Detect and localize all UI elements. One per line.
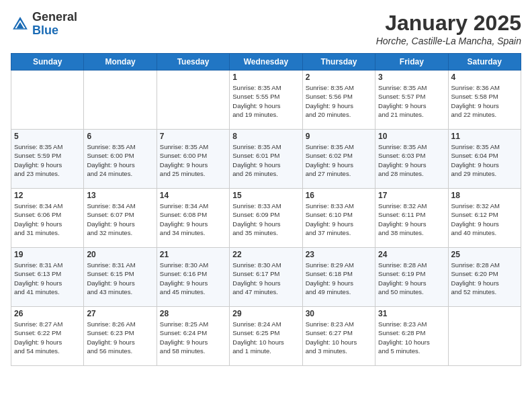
day-info: Sunrise: 8:23 AMSunset: 6:28 PMDaylight:… <box>378 320 445 355</box>
weekday-header: Sunday <box>11 54 84 71</box>
calendar-cell: 25Sunrise: 8:28 AMSunset: 6:20 PMDayligh… <box>448 248 521 307</box>
day-number: 28 <box>160 309 226 318</box>
weekday-header: Friday <box>375 54 448 71</box>
calendar-cell <box>11 71 84 130</box>
day-info: Sunrise: 8:34 AMSunset: 6:06 PMDaylight:… <box>14 201 81 237</box>
day-number: 20 <box>87 250 153 259</box>
calendar-cell: 31Sunrise: 8:23 AMSunset: 6:28 PMDayligh… <box>375 307 448 366</box>
day-number: 18 <box>451 191 518 200</box>
day-number: 22 <box>232 250 299 259</box>
day-number: 5 <box>14 132 81 141</box>
day-info: Sunrise: 8:34 AMSunset: 6:07 PMDaylight:… <box>87 201 153 237</box>
day-number: 26 <box>14 309 81 318</box>
day-info: Sunrise: 8:35 AMSunset: 6:00 PMDaylight:… <box>87 142 153 178</box>
calendar-cell: 22Sunrise: 8:30 AMSunset: 6:17 PMDayligh… <box>230 248 302 307</box>
day-info: Sunrise: 8:31 AMSunset: 6:13 PMDaylight:… <box>14 261 81 296</box>
calendar-cell: 7Sunrise: 8:35 AMSunset: 6:00 PMDaylight… <box>157 130 229 189</box>
logo-icon <box>11 15 30 34</box>
calendar-cell: 30Sunrise: 8:23 AMSunset: 6:27 PMDayligh… <box>302 307 375 366</box>
day-info: Sunrise: 8:28 AMSunset: 6:19 PMDaylight:… <box>378 261 445 296</box>
calendar-cell: 16Sunrise: 8:33 AMSunset: 6:10 PMDayligh… <box>302 189 375 248</box>
calendar-cell: 6Sunrise: 8:35 AMSunset: 6:00 PMDaylight… <box>84 130 157 189</box>
day-info: Sunrise: 8:25 AMSunset: 6:24 PMDaylight:… <box>160 320 226 355</box>
day-info: Sunrise: 8:28 AMSunset: 6:20 PMDaylight:… <box>451 261 518 296</box>
title-block: January 2025 Horche, Castille-La Mancha,… <box>376 11 521 46</box>
calendar-cell: 18Sunrise: 8:32 AMSunset: 6:12 PMDayligh… <box>448 189 521 248</box>
calendar-cell: 21Sunrise: 8:30 AMSunset: 6:16 PMDayligh… <box>157 248 229 307</box>
weekday-header: Saturday <box>448 54 521 71</box>
day-number: 17 <box>378 191 445 200</box>
day-number: 3 <box>378 73 445 82</box>
calendar-cell: 10Sunrise: 8:35 AMSunset: 6:03 PMDayligh… <box>375 130 448 189</box>
calendar-cell: 1Sunrise: 8:35 AMSunset: 5:55 PMDaylight… <box>230 71 302 130</box>
calendar-cell: 13Sunrise: 8:34 AMSunset: 6:07 PMDayligh… <box>84 189 157 248</box>
day-info: Sunrise: 8:32 AMSunset: 6:12 PMDaylight:… <box>451 201 518 237</box>
calendar-cell: 4Sunrise: 8:36 AMSunset: 5:58 PMDaylight… <box>448 71 521 130</box>
calendar-cell: 8Sunrise: 8:35 AMSunset: 6:01 PMDaylight… <box>230 130 302 189</box>
day-info: Sunrise: 8:33 AMSunset: 6:09 PMDaylight:… <box>232 201 299 237</box>
location-subtitle: Horche, Castille-La Mancha, Spain <box>376 36 521 46</box>
day-info: Sunrise: 8:35 AMSunset: 5:55 PMDaylight:… <box>232 83 299 119</box>
calendar-week-row: 26Sunrise: 8:27 AMSunset: 6:22 PMDayligh… <box>11 307 521 366</box>
day-number: 8 <box>232 132 299 141</box>
calendar-table: SundayMondayTuesdayWednesdayThursdayFrid… <box>11 53 521 366</box>
weekday-header: Monday <box>84 54 157 71</box>
day-number: 25 <box>451 250 518 259</box>
calendar-cell: 23Sunrise: 8:29 AMSunset: 6:18 PMDayligh… <box>302 248 375 307</box>
calendar-cell: 27Sunrise: 8:26 AMSunset: 6:23 PMDayligh… <box>84 307 157 366</box>
day-info: Sunrise: 8:35 AMSunset: 5:59 PMDaylight:… <box>14 142 81 178</box>
calendar-cell: 14Sunrise: 8:34 AMSunset: 6:08 PMDayligh… <box>157 189 229 248</box>
day-info: Sunrise: 8:36 AMSunset: 5:58 PMDaylight:… <box>451 83 518 119</box>
calendar-cell: 15Sunrise: 8:33 AMSunset: 6:09 PMDayligh… <box>230 189 302 248</box>
calendar-cell: 3Sunrise: 8:35 AMSunset: 5:57 PMDaylight… <box>375 71 448 130</box>
day-info: Sunrise: 8:23 AMSunset: 6:27 PMDaylight:… <box>306 320 372 355</box>
day-number: 29 <box>232 309 299 318</box>
calendar-cell: 12Sunrise: 8:34 AMSunset: 6:06 PMDayligh… <box>11 189 84 248</box>
calendar-cell: 28Sunrise: 8:25 AMSunset: 6:24 PMDayligh… <box>157 307 229 366</box>
day-info: Sunrise: 8:26 AMSunset: 6:23 PMDaylight:… <box>87 320 153 355</box>
calendar-week-row: 19Sunrise: 8:31 AMSunset: 6:13 PMDayligh… <box>11 248 521 307</box>
day-info: Sunrise: 8:30 AMSunset: 6:16 PMDaylight:… <box>160 261 226 296</box>
day-number: 2 <box>306 73 372 82</box>
calendar-cell: 5Sunrise: 8:35 AMSunset: 5:59 PMDaylight… <box>11 130 84 189</box>
day-info: Sunrise: 8:31 AMSunset: 6:15 PMDaylight:… <box>87 261 153 296</box>
calendar-cell: 9Sunrise: 8:35 AMSunset: 6:02 PMDaylight… <box>302 130 375 189</box>
day-number: 11 <box>451 132 518 141</box>
weekday-header: Wednesday <box>230 54 302 71</box>
day-info: Sunrise: 8:27 AMSunset: 6:22 PMDaylight:… <box>14 320 81 355</box>
calendar-cell: 29Sunrise: 8:24 AMSunset: 6:25 PMDayligh… <box>230 307 302 366</box>
day-number: 30 <box>306 309 372 318</box>
calendar-cell <box>448 307 521 366</box>
calendar-week-row: 12Sunrise: 8:34 AMSunset: 6:06 PMDayligh… <box>11 189 521 248</box>
day-info: Sunrise: 8:35 AMSunset: 6:00 PMDaylight:… <box>160 142 226 178</box>
day-info: Sunrise: 8:35 AMSunset: 5:57 PMDaylight:… <box>378 83 445 119</box>
day-number: 14 <box>160 191 226 200</box>
day-number: 9 <box>306 132 372 141</box>
calendar-cell: 24Sunrise: 8:28 AMSunset: 6:19 PMDayligh… <box>375 248 448 307</box>
day-info: Sunrise: 8:35 AMSunset: 5:56 PMDaylight:… <box>306 83 372 119</box>
day-number: 10 <box>378 132 445 141</box>
day-number: 6 <box>87 132 153 141</box>
logo: General Blue <box>11 11 77 38</box>
day-number: 19 <box>14 250 81 259</box>
weekday-header-row: SundayMondayTuesdayWednesdayThursdayFrid… <box>11 54 521 71</box>
calendar-cell: 11Sunrise: 8:35 AMSunset: 6:04 PMDayligh… <box>448 130 521 189</box>
day-info: Sunrise: 8:24 AMSunset: 6:25 PMDaylight:… <box>232 320 299 355</box>
day-number: 15 <box>232 191 299 200</box>
calendar-cell: 17Sunrise: 8:32 AMSunset: 6:11 PMDayligh… <box>375 189 448 248</box>
calendar-cell: 20Sunrise: 8:31 AMSunset: 6:15 PMDayligh… <box>84 248 157 307</box>
day-info: Sunrise: 8:35 AMSunset: 6:02 PMDaylight:… <box>306 142 372 178</box>
day-number: 23 <box>306 250 372 259</box>
weekday-header: Tuesday <box>157 54 229 71</box>
day-info: Sunrise: 8:35 AMSunset: 6:03 PMDaylight:… <box>378 142 445 178</box>
day-number: 13 <box>87 191 153 200</box>
day-number: 7 <box>160 132 226 141</box>
day-number: 16 <box>306 191 372 200</box>
day-info: Sunrise: 8:30 AMSunset: 6:17 PMDaylight:… <box>232 261 299 296</box>
calendar-cell: 26Sunrise: 8:27 AMSunset: 6:22 PMDayligh… <box>11 307 84 366</box>
calendar-cell <box>84 71 157 130</box>
calendar-cell: 2Sunrise: 8:35 AMSunset: 5:56 PMDaylight… <box>302 71 375 130</box>
day-info: Sunrise: 8:34 AMSunset: 6:08 PMDaylight:… <box>160 201 226 237</box>
calendar-week-row: 5Sunrise: 8:35 AMSunset: 5:59 PMDaylight… <box>11 130 521 189</box>
logo-text: General Blue <box>32 11 77 38</box>
